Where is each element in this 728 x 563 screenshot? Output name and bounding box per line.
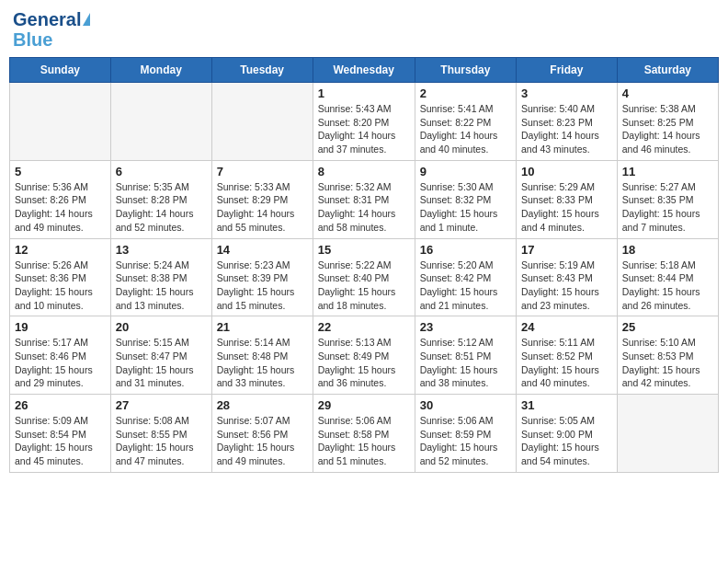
day-info: Sunrise: 5:41 AM Sunset: 8:22 PM Dayligh…: [420, 102, 511, 156]
day-info: Sunrise: 5:09 AM Sunset: 8:54 PM Dayligh…: [15, 414, 106, 468]
calendar-cell: 27Sunrise: 5:08 AM Sunset: 8:55 PM Dayli…: [110, 395, 211, 473]
day-number: 18: [622, 243, 713, 257]
day-number: 24: [521, 320, 612, 334]
day-number: 28: [217, 398, 308, 412]
day-of-week-header: Monday: [110, 58, 211, 83]
calendar-cell: 24Sunrise: 5:11 AM Sunset: 8:52 PM Dayli…: [517, 316, 618, 395]
calendar-cell: 8Sunrise: 5:32 AM Sunset: 8:31 PM Daylig…: [313, 160, 415, 238]
day-number: 22: [318, 320, 410, 334]
day-info: Sunrise: 5:15 AM Sunset: 8:47 PM Dayligh…: [116, 336, 207, 390]
day-info: Sunrise: 5:10 AM Sunset: 8:53 PM Dayligh…: [622, 336, 713, 390]
day-of-week-header: Thursday: [415, 58, 516, 83]
day-info: Sunrise: 5:06 AM Sunset: 8:58 PM Dayligh…: [318, 414, 410, 468]
calendar-table: SundayMondayTuesdayWednesdayThursdayFrid…: [9, 57, 719, 473]
day-number: 10: [521, 165, 612, 178]
day-number: 14: [217, 243, 308, 257]
calendar-cell: [10, 83, 111, 161]
day-info: Sunrise: 5:23 AM Sunset: 8:39 PM Dayligh…: [217, 259, 308, 313]
day-info: Sunrise: 5:29 AM Sunset: 8:33 PM Dayligh…: [521, 180, 612, 235]
logo-line1: General: [13, 9, 81, 29]
calendar-cell: 28Sunrise: 5:07 AM Sunset: 8:56 PM Dayli…: [211, 395, 313, 473]
day-number: 26: [15, 398, 106, 412]
day-info: Sunrise: 5:35 AM Sunset: 8:28 PM Dayligh…: [116, 180, 207, 235]
day-number: 7: [217, 165, 308, 178]
calendar-cell: 30Sunrise: 5:06 AM Sunset: 8:59 PM Dayli…: [415, 395, 516, 473]
day-number: 1: [318, 86, 410, 100]
calendar-cell: [110, 83, 211, 161]
day-number: 29: [318, 398, 410, 412]
logo: General Blue: [13, 9, 90, 50]
calendar-cell: 20Sunrise: 5:15 AM Sunset: 8:47 PM Dayli…: [110, 316, 211, 395]
calendar-cell: 18Sunrise: 5:18 AM Sunset: 8:44 PM Dayli…: [617, 238, 718, 316]
calendar-cell: 22Sunrise: 5:13 AM Sunset: 8:49 PM Dayli…: [313, 316, 415, 395]
calendar-week-row: 12Sunrise: 5:26 AM Sunset: 8:36 PM Dayli…: [10, 238, 719, 316]
calendar-cell: 1Sunrise: 5:43 AM Sunset: 8:20 PM Daylig…: [313, 83, 415, 161]
calendar-week-row: 5Sunrise: 5:36 AM Sunset: 8:26 PM Daylig…: [10, 160, 719, 238]
calendar-cell: 29Sunrise: 5:06 AM Sunset: 8:58 PM Dayli…: [313, 395, 415, 473]
day-info: Sunrise: 5:43 AM Sunset: 8:20 PM Dayligh…: [318, 102, 410, 156]
calendar-cell: 6Sunrise: 5:35 AM Sunset: 8:28 PM Daylig…: [110, 160, 211, 238]
day-info: Sunrise: 5:12 AM Sunset: 8:51 PM Dayligh…: [420, 336, 511, 390]
calendar-cell: 21Sunrise: 5:14 AM Sunset: 8:48 PM Dayli…: [211, 316, 313, 395]
calendar-cell: 5Sunrise: 5:36 AM Sunset: 8:26 PM Daylig…: [10, 160, 111, 238]
day-number: 23: [420, 320, 511, 334]
day-info: Sunrise: 5:36 AM Sunset: 8:26 PM Dayligh…: [15, 180, 106, 235]
calendar-cell: 10Sunrise: 5:29 AM Sunset: 8:33 PM Dayli…: [517, 160, 618, 238]
day-info: Sunrise: 5:26 AM Sunset: 8:36 PM Dayligh…: [15, 259, 106, 313]
day-number: 15: [318, 243, 410, 257]
day-info: Sunrise: 5:20 AM Sunset: 8:42 PM Dayligh…: [420, 259, 511, 313]
day-of-week-header: Saturday: [617, 58, 718, 83]
logo-icon: [83, 13, 90, 26]
calendar-cell: 11Sunrise: 5:27 AM Sunset: 8:35 PM Dayli…: [617, 160, 718, 238]
logo-line2: Blue: [13, 29, 52, 50]
calendar-cell: 4Sunrise: 5:38 AM Sunset: 8:25 PM Daylig…: [617, 83, 718, 161]
day-info: Sunrise: 5:14 AM Sunset: 8:48 PM Dayligh…: [217, 336, 308, 390]
calendar-cell: [211, 83, 313, 161]
calendar-cell: 15Sunrise: 5:22 AM Sunset: 8:40 PM Dayli…: [313, 238, 415, 316]
day-number: 2: [420, 86, 511, 100]
day-info: Sunrise: 5:32 AM Sunset: 8:31 PM Dayligh…: [318, 180, 410, 235]
day-number: 11: [622, 165, 713, 178]
day-info: Sunrise: 5:18 AM Sunset: 8:44 PM Dayligh…: [622, 259, 713, 313]
day-number: 19: [15, 320, 106, 334]
day-number: 8: [318, 165, 410, 178]
day-number: 4: [622, 86, 713, 100]
day-number: 30: [420, 398, 511, 412]
calendar-cell: 25Sunrise: 5:10 AM Sunset: 8:53 PM Dayli…: [617, 316, 718, 395]
calendar-cell: 23Sunrise: 5:12 AM Sunset: 8:51 PM Dayli…: [415, 316, 516, 395]
calendar-cell: 31Sunrise: 5:05 AM Sunset: 9:00 PM Dayli…: [517, 395, 618, 473]
calendar-week-row: 19Sunrise: 5:17 AM Sunset: 8:46 PM Dayli…: [10, 316, 719, 395]
day-number: 17: [521, 243, 612, 257]
day-number: 20: [116, 320, 207, 334]
day-number: 3: [521, 86, 612, 100]
calendar-cell: 19Sunrise: 5:17 AM Sunset: 8:46 PM Dayli…: [10, 316, 111, 395]
day-info: Sunrise: 5:06 AM Sunset: 8:59 PM Dayligh…: [420, 414, 511, 468]
day-number: 9: [420, 165, 511, 178]
calendar-cell: 7Sunrise: 5:33 AM Sunset: 8:29 PM Daylig…: [211, 160, 313, 238]
day-number: 6: [116, 165, 207, 178]
day-number: 25: [622, 320, 713, 334]
calendar-cell: 9Sunrise: 5:30 AM Sunset: 8:32 PM Daylig…: [415, 160, 516, 238]
day-info: Sunrise: 5:11 AM Sunset: 8:52 PM Dayligh…: [521, 336, 612, 390]
day-number: 21: [217, 320, 308, 334]
day-info: Sunrise: 5:33 AM Sunset: 8:29 PM Dayligh…: [217, 180, 308, 235]
calendar-cell: 17Sunrise: 5:19 AM Sunset: 8:43 PM Dayli…: [517, 238, 618, 316]
calendar-cell: 16Sunrise: 5:20 AM Sunset: 8:42 PM Dayli…: [415, 238, 516, 316]
day-of-week-header: Friday: [517, 58, 618, 83]
day-number: 5: [15, 165, 106, 178]
day-of-week-header: Wednesday: [313, 58, 415, 83]
day-info: Sunrise: 5:24 AM Sunset: 8:38 PM Dayligh…: [116, 259, 207, 313]
day-of-week-header: Sunday: [10, 58, 111, 83]
day-of-week-header: Tuesday: [211, 58, 313, 83]
day-info: Sunrise: 5:17 AM Sunset: 8:46 PM Dayligh…: [15, 336, 106, 390]
day-info: Sunrise: 5:19 AM Sunset: 8:43 PM Dayligh…: [521, 259, 612, 313]
day-info: Sunrise: 5:08 AM Sunset: 8:55 PM Dayligh…: [116, 414, 207, 468]
day-info: Sunrise: 5:40 AM Sunset: 8:23 PM Dayligh…: [521, 102, 612, 156]
calendar-cell: 12Sunrise: 5:26 AM Sunset: 8:36 PM Dayli…: [10, 238, 111, 316]
calendar-cell: 26Sunrise: 5:09 AM Sunset: 8:54 PM Dayli…: [10, 395, 111, 473]
calendar-week-row: 26Sunrise: 5:09 AM Sunset: 8:54 PM Dayli…: [10, 395, 719, 473]
day-info: Sunrise: 5:30 AM Sunset: 8:32 PM Dayligh…: [420, 180, 511, 235]
calendar-cell: 2Sunrise: 5:41 AM Sunset: 8:22 PM Daylig…: [415, 83, 516, 161]
day-info: Sunrise: 5:07 AM Sunset: 8:56 PM Dayligh…: [217, 414, 308, 468]
page-header: General Blue: [9, 9, 719, 50]
